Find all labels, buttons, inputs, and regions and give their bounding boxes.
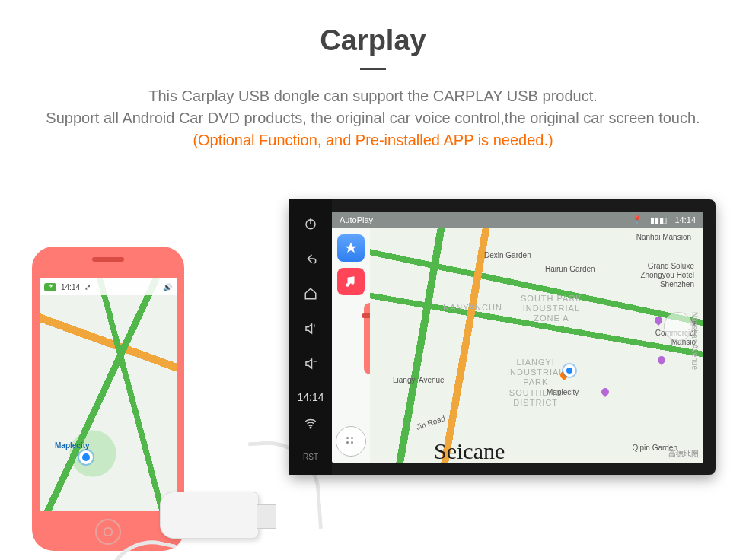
maps-app-icon[interactable] [337,234,365,262]
phone-map-view [40,278,177,511]
status-bar-time: 14:14 [674,215,696,224]
back-icon[interactable] [300,248,321,269]
carplay-map-view[interactable]: NANYANCUN SOUTH PARKINDUSTRIALZONE A LIA… [370,228,703,463]
map-poi-icon [600,387,611,397]
music-app-icon[interactable] [337,268,365,295]
android-status-bar: AutoPlay 📍 ▮▮◧ 14:14 [332,212,703,228]
headunit-clock: 14:14 [297,391,324,403]
map-label-jin-road: Jin Road [415,414,446,431]
reset-button[interactable]: RST [303,453,318,461]
map-provider-credit: 高德地图 [668,449,699,460]
svg-point-7 [346,441,349,444]
autoplay-app-name: AutoPlay [340,215,373,224]
map-label-liangyi-av: Liangyi Avenue [393,376,445,384]
map-label-nanyancun: NANYANCUN [443,303,502,312]
vol-down-icon[interactable]: − [300,353,321,374]
volume-icon: 🔊 [163,283,172,291]
product-illustration-stage: ↱ 14:14 ⤢ 🔊 Maplecity + − 14:14 RST Auto… [0,172,746,560]
svg-point-4 [310,427,311,428]
headunit-hardware-buttons: + − 14:14 RST [289,199,332,475]
signal-icon: ▮▮◧ [650,215,667,225]
description-text: This Carplay USB dongle can support the … [0,85,746,151]
car-head-unit: + − 14:14 RST AutoPlay 📍 ▮▮◧ 14:14 NANYA… [289,199,716,475]
map-label-grand-soluxe: Grand SoluxeZhongyou HotelShenzhen [640,262,694,289]
map-label-south-park-south: LIANGYIINDUSTRIALPARKSOUTHERNDISTRICT [507,358,564,408]
map-label-hairun: Hairun Garden [545,265,595,273]
wifi-icon[interactable] [300,412,321,434]
desc-line-2a: Support all Android Car DVD products, th… [46,110,700,126]
svg-point-5 [346,437,349,439]
svg-text:+: + [313,323,317,329]
phone-status-time: 14:14 [61,283,80,291]
vol-up-icon[interactable]: + [300,318,321,339]
carplay-app-dock [332,228,370,463]
home-icon[interactable] [300,283,321,304]
headunit-touchscreen[interactable]: AutoPlay 📍 ▮▮◧ 14:14 NANYANCUN SOUTH PAR… [332,212,703,463]
map-label-nanhai-mansion: Nanhai Mansion [636,233,691,242]
map-poi-icon [656,355,667,365]
map-compass-button[interactable] [664,312,693,341]
map-label-maplecity: Maplecity [547,388,579,396]
heading-divider [360,68,386,70]
map-label-south-park-a: SOUTH PARKINDUSTRIALZONE A [521,294,582,324]
svg-point-6 [351,437,353,439]
svg-text:−: − [313,358,317,365]
desc-line-1: This Carplay USB dongle can support the … [148,88,598,104]
phone-current-location-dot [79,450,93,464]
iphone-home-button[interactable] [95,519,121,545]
carplay-home-button[interactable] [336,426,366,457]
phone-status-bar: ↱ 14:14 ⤢ 🔊 [40,278,177,295]
location-pin-icon: 📍 [632,215,642,225]
phone-location-label: Maplecity [55,441,90,450]
nav-arrow-icon: ↱ [44,283,56,291]
svg-point-8 [351,441,353,444]
carplay-usb-dongle [160,492,259,539]
page-title: Carplay [0,24,746,57]
phone-expand-icon: ⤢ [84,283,91,291]
map-label-dexin: Dexin Garden [484,251,531,259]
power-icon[interactable] [300,213,321,234]
desc-highlight: (Optional Function, and Pre-installed AP… [193,132,553,148]
map-current-location-dot [563,364,575,377]
